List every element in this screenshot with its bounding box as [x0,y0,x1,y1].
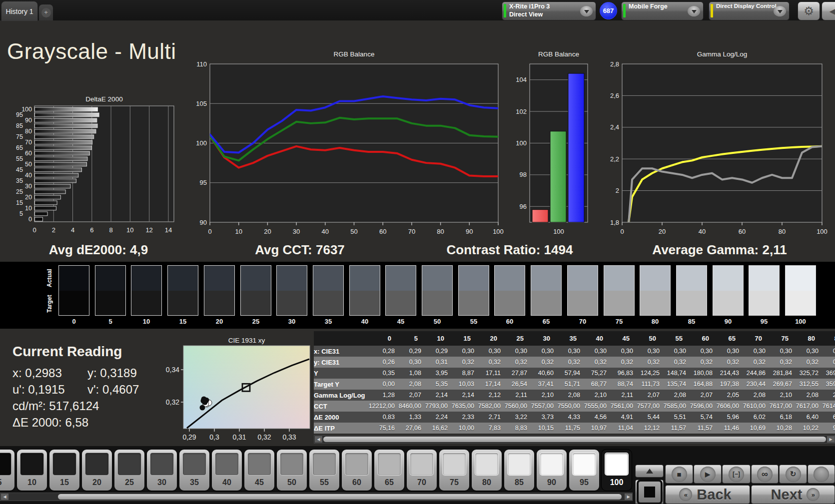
grayscale-swatch-strip: Actual Target 05101520253035404550556065… [0,262,835,329]
settings-button[interactable]: ⚙ [798,1,820,20]
infinity-button[interactable]: ∞ [751,465,779,484]
patch-label: 5 [0,478,14,487]
patch-scrollbar-thumb[interactable] [58,494,622,500]
patch-button-30[interactable]: 30 [147,450,177,491]
patch-button-90[interactable]: 90 [537,450,567,491]
svg-text:70: 70 [408,228,415,235]
gray-swatch-70 [567,265,598,316]
play-button[interactable]: ▶ [694,465,722,484]
target-swatch [95,291,125,316]
stop-button[interactable]: ■ [665,465,693,484]
svg-text:2,8: 2,8 [610,61,619,68]
actual-swatch [786,266,816,291]
patch-button-20[interactable]: 20 [82,450,112,491]
actual-swatch [59,266,89,291]
scroll-left-icon[interactable]: ◀ [1,494,8,500]
stop-measure-button[interactable] [635,480,664,504]
gray-swatch-60 [494,265,525,316]
swatch-label: 85 [676,318,708,325]
swatch-label: 45 [385,318,417,325]
record-button[interactable] [808,465,835,484]
reading-row: cd/m²: 517,6124 [12,399,162,416]
patch-scrollbar[interactable]: ◀ ▶ [0,493,633,501]
patch-button-15[interactable]: 15 [49,450,79,491]
patch-button-10[interactable]: 10 [17,450,47,491]
patch-button-95[interactable]: 95 [569,450,599,491]
svg-text:20: 20 [264,228,271,235]
actual-row-label: Actual [46,266,54,291]
patch-button-5[interactable]: 5 [0,450,14,491]
patch-label: 30 [147,478,177,487]
svg-text:100: 100 [553,228,564,235]
svg-text:95: 95 [16,111,23,118]
patch-swatch [345,453,369,476]
patch-button-70[interactable]: 70 [407,450,437,491]
reading-value: ΔE 2000: 6,58 [12,416,88,432]
patch-button-85[interactable]: 85 [504,450,534,491]
patch-button-80[interactable]: 80 [472,450,502,491]
table-scrollbar-thumb[interactable] [323,437,826,442]
target-swatch [749,291,779,316]
table-scrollbar[interactable]: ◀ ▶ [314,435,835,444]
back-button[interactable]: « Back [665,485,750,504]
actual-swatch [386,266,416,291]
reading-row: x: 0,2983y: 0,3189 [12,366,162,383]
swatch-label: 90 [712,318,744,325]
patch-button-100[interactable]: 100 [602,450,632,491]
patch-swatch [507,453,531,476]
tab-history-1[interactable]: History 1 [1,1,38,21]
target-swatch [531,291,561,316]
collapse-panel-button[interactable]: ◀ [822,1,835,20]
refresh-button[interactable]: ↻ [779,465,807,484]
scroll-left-icon[interactable]: ◀ [315,436,322,443]
patch-button-50[interactable]: 50 [277,450,307,491]
app-window: History 1 + X-Rite i1Pro 3 Direct View 6… [0,0,835,504]
patch-list-up-button[interactable] [635,465,664,478]
reading-value: cd/m²: 517,6124 [12,399,99,416]
actual-swatch [422,266,452,291]
scroll-right-icon[interactable]: ▶ [827,436,835,443]
patch-button-25[interactable]: 25 [114,450,144,491]
swatch-label: 10 [130,318,162,325]
patch-button-45[interactable]: 45 [244,450,274,491]
actual-swatch [459,266,489,291]
actual-swatch [677,266,707,291]
svg-text:98: 98 [520,171,527,178]
patch-button-40[interactable]: 40 [212,450,242,491]
actual-swatch [350,266,380,291]
target-swatch [204,291,234,316]
actual-swatch [640,266,670,291]
svg-text:10: 10 [126,226,133,234]
svg-text:30: 30 [293,228,300,235]
rgb-balance-line-chart: 95100105901100102030405060708090100 [190,61,510,237]
loop-range-icon: [−] [729,467,744,482]
svg-text:20: 20 [659,228,666,235]
source-name: Mobile Forge [629,3,668,10]
patch-button-35[interactable]: 35 [179,450,209,491]
gray-swatch-20 [204,265,235,316]
svg-text:0,34: 0,34 [166,366,179,374]
add-tab-button[interactable]: + [39,4,53,20]
patch-label: 20 [82,478,112,487]
patch-label: 10 [17,478,47,487]
meter-dropdown[interactable]: X-Rite i1Pro 3 Direct View [502,1,596,20]
patch-label: 85 [504,478,534,487]
patch-swatch [540,453,564,476]
source-dropdown[interactable]: Mobile Forge [621,1,704,20]
svg-text:10: 10 [25,205,32,212]
scroll-right-icon[interactable]: ▶ [625,494,632,500]
patch-button-65[interactable]: 65 [374,450,404,491]
swatch-label: 5 [94,318,126,325]
next-button[interactable]: Next » [751,485,835,504]
patch-swatch [377,453,401,476]
measurement-table: 0510152025303540455055606570758085x: CIE… [314,331,835,434]
gray-swatch-80 [640,265,671,316]
meter-count-badge: 687 [600,2,617,19]
patch-button-60[interactable]: 60 [342,450,372,491]
table-row: y: CIE310,260,300,310,320,320,320,320,32… [314,357,835,368]
loop-range-button[interactable]: [−] [722,465,751,484]
patch-button-75[interactable]: 75 [439,450,469,491]
svg-text:0,32: 0,32 [166,398,179,406]
patch-button-55[interactable]: 55 [309,450,339,491]
display-control-dropdown[interactable]: Direct Display Control [709,1,790,20]
